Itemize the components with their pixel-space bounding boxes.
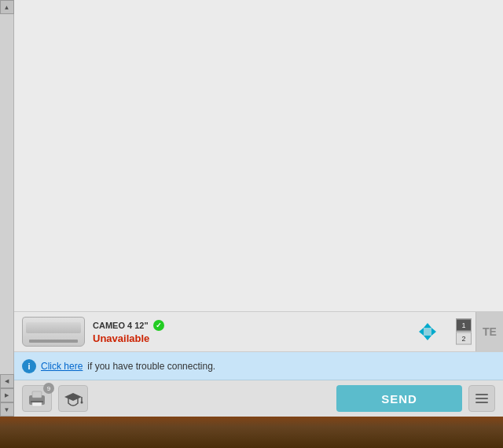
device-info: CAMEO 4 12" Unavailable <box>93 320 164 344</box>
page-2-btn[interactable]: 2 <box>456 332 472 345</box>
queue-badge: 9 <box>43 383 54 394</box>
device-name: CAMEO 4 12" <box>93 321 149 330</box>
background-landscape <box>0 413 503 448</box>
canvas-area <box>14 0 503 311</box>
scroll-left-btn[interactable]: ◀ <box>0 374 14 388</box>
svg-rect-6 <box>32 391 42 398</box>
left-scrollbar: ▲ ◀ ▶ ▼ <box>0 0 14 417</box>
svg-rect-4 <box>424 328 431 336</box>
bottom-toolbar: 9 SEND <box>14 380 503 417</box>
info-icon: i <box>22 359 36 373</box>
move-icon[interactable] <box>415 319 440 344</box>
bottom-section: CAMEO 4 12" Unavailable <box>14 311 503 417</box>
scroll-up-btn[interactable]: ▲ <box>0 0 14 14</box>
svg-marker-1 <box>431 328 436 336</box>
send-button[interactable]: SEND <box>336 385 462 412</box>
svg-rect-14 <box>475 402 488 403</box>
svg-rect-13 <box>475 398 488 399</box>
print-queue-btn[interactable]: 9 <box>22 385 52 412</box>
svg-point-11 <box>81 402 83 404</box>
connected-indicator <box>153 320 164 331</box>
te-label: TE <box>483 325 497 338</box>
side-scroll-buttons: ◀ ▶ <box>0 374 14 402</box>
tutorial-btn[interactable] <box>58 385 88 412</box>
page-1-btn[interactable]: 1 <box>456 319 472 332</box>
device-status-bar: CAMEO 4 12" Unavailable <box>14 312 503 352</box>
click-here-link[interactable]: Click here <box>41 361 83 372</box>
app-window: ▲ ◀ ▶ ▼ CAMEO 4 12" <box>0 0 503 417</box>
graduation-cap-icon <box>63 388 83 409</box>
svg-rect-8 <box>31 401 43 402</box>
main-content: CAMEO 4 12" Unavailable <box>14 0 503 417</box>
list-icon <box>474 391 490 406</box>
svg-rect-7 <box>32 402 42 406</box>
scroll-down-btn[interactable]: ▼ <box>0 402 14 417</box>
device-name-row: CAMEO 4 12" <box>93 320 164 331</box>
scroll-right-btn[interactable]: ▶ <box>0 388 14 402</box>
te-button-area[interactable]: TE <box>475 312 503 351</box>
svg-marker-0 <box>419 328 424 336</box>
info-suffix: if you have trouble connecting. <box>87 361 215 372</box>
move-icon-area <box>415 319 440 344</box>
device-status: Unavailable <box>93 332 164 344</box>
info-bar: i Click here if you have trouble connect… <box>14 352 503 380</box>
svg-marker-2 <box>424 323 431 328</box>
page-number-area: 1 2 <box>456 319 472 345</box>
machine-icon <box>22 317 85 347</box>
svg-marker-9 <box>64 393 82 401</box>
list-btn[interactable] <box>468 385 495 412</box>
svg-marker-3 <box>424 336 431 340</box>
svg-rect-12 <box>475 394 488 395</box>
